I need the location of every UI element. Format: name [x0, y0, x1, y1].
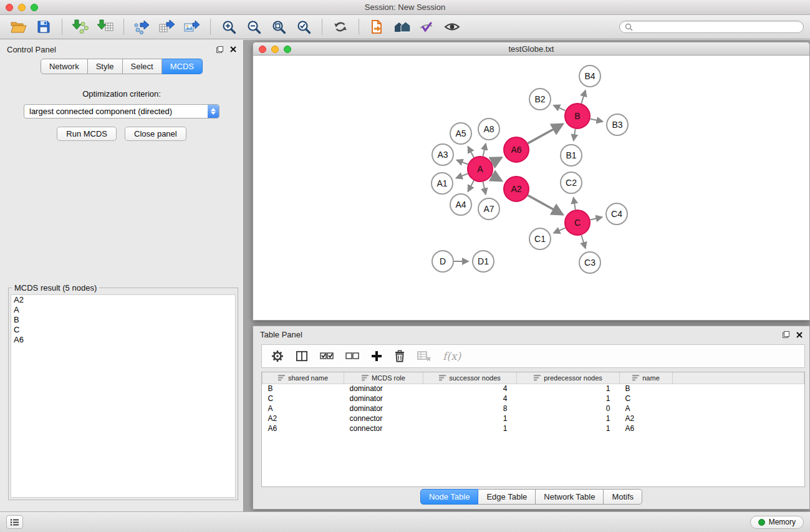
graph-node-A8[interactable]: A8 [478, 118, 499, 140]
show-columns-button[interactable] [296, 346, 308, 366]
graph-edge-A2-C[interactable] [528, 195, 562, 215]
table-cell[interactable]: 4 [423, 384, 517, 394]
table-cell[interactable]: B [620, 384, 673, 394]
search-box[interactable] [619, 21, 804, 33]
minimize-window-button[interactable] [18, 4, 26, 11]
close-table-panel-button[interactable] [796, 332, 803, 338]
graph-node-A3[interactable]: A3 [432, 144, 453, 165]
graph-node-C[interactable]: C [565, 210, 590, 235]
table-tab-motifs[interactable]: Motifs [604, 489, 642, 505]
table-cell[interactable]: 1 [423, 423, 517, 433]
column-header-shared-name[interactable]: shared name [263, 372, 344, 384]
open-session-button[interactable] [365, 17, 390, 37]
graphics-details-button[interactable] [415, 17, 440, 37]
show-panels-button[interactable] [6, 515, 23, 529]
table-cell[interactable]: A2 [263, 414, 344, 423]
table-tab-network-table[interactable]: Network Table [536, 489, 604, 505]
graph-node-B2[interactable]: B2 [529, 89, 551, 110]
graph-node-A4[interactable]: A4 [450, 194, 471, 215]
column-header-predecessor-nodes[interactable]: predecessor nodes [517, 372, 620, 384]
table-cell[interactable]: A6 [620, 423, 673, 433]
graph-node-D[interactable]: D [432, 251, 453, 272]
column-header-successor-nodes[interactable]: successor nodes [423, 372, 517, 384]
table-cell[interactable]: 1 [517, 423, 620, 433]
column-header-mcds-role[interactable]: MCDS role [344, 372, 423, 384]
control-tab-network[interactable]: Network [41, 59, 88, 74]
graph-edge-B-B2[interactable] [554, 105, 566, 111]
unselect-all-columns-button[interactable] [345, 346, 359, 366]
import-network-button[interactable] [68, 17, 93, 37]
mcds-result-item-c[interactable]: C [11, 325, 235, 335]
export-image-button[interactable] [180, 17, 205, 37]
import-table-button[interactable] [93, 17, 118, 37]
graph-node-C4[interactable]: C4 [606, 203, 627, 225]
graph-edge-B-B4[interactable] [581, 90, 586, 104]
table-cell[interactable]: 8 [423, 404, 517, 414]
graph-edge-A-A7[interactable] [483, 182, 486, 195]
graph-node-A1[interactable]: A1 [432, 173, 453, 194]
graph-edge-C-C2[interactable] [574, 198, 576, 210]
float-control-panel-button[interactable] [216, 46, 223, 53]
create-column-button[interactable] [371, 346, 382, 366]
table-tab-node-table[interactable]: Node Table [420, 489, 479, 505]
graph-node-A[interactable]: A [468, 157, 493, 181]
graph-node-D1[interactable]: D1 [473, 251, 494, 272]
table-cell[interactable]: 1 [517, 394, 620, 404]
mcds-result-item-a2[interactable]: A2 [11, 295, 235, 305]
export-table-button[interactable] [155, 17, 180, 37]
table-cell[interactable]: 1 [517, 384, 620, 394]
eye-button[interactable] [440, 17, 465, 37]
graph-node-C3[interactable]: C3 [579, 252, 600, 273]
show-overview-button[interactable] [390, 17, 415, 37]
table-row[interactable]: Bdominator41B [263, 384, 804, 394]
table-cell[interactable]: A [263, 404, 344, 414]
zoom-selected-button[interactable] [291, 17, 316, 37]
control-tab-mcds[interactable]: MCDS [162, 59, 203, 74]
run-mcds-button[interactable]: Run MCDS [57, 127, 117, 141]
table-cell[interactable]: connector [344, 414, 423, 423]
table-cell[interactable]: 4 [423, 394, 517, 404]
control-tab-style[interactable]: Style [88, 59, 123, 74]
select-all-columns-button[interactable] [320, 346, 334, 366]
table-row[interactable]: Adominator80A [263, 404, 804, 414]
table-cell[interactable]: dominator [344, 404, 423, 414]
graph-edge-C-C1[interactable] [554, 228, 566, 233]
zoom-window-button[interactable] [31, 4, 38, 11]
table-row[interactable]: Cdominator41C [263, 394, 804, 404]
graph-node-B4[interactable]: B4 [579, 65, 600, 87]
close-control-panel-button[interactable] [230, 46, 236, 52]
network-canvas[interactable]: B4B2BB3A5A8A6B1A3AC2A1A2A4A7C4CC1C3DD1 [253, 56, 810, 321]
delete-column-button[interactable] [394, 346, 405, 366]
graph-node-A7[interactable]: A7 [478, 198, 499, 220]
network-window-titlebar[interactable]: testGlobe.txt [253, 42, 810, 56]
network-zoom-button[interactable] [284, 46, 291, 53]
mcds-result-item-a[interactable]: A [11, 305, 235, 315]
table-cell[interactable]: dominator [344, 394, 423, 404]
table-cell[interactable]: 1 [517, 414, 620, 423]
memory-button[interactable]: Memory [750, 516, 804, 529]
graph-edge-A-A2[interactable] [491, 175, 501, 181]
mcds-result-item-a6[interactable]: A6 [11, 335, 235, 345]
graph-node-A6[interactable]: A6 [504, 137, 529, 162]
export-network-button[interactable] [130, 17, 155, 37]
graph-edge-A6-B[interactable] [528, 124, 562, 143]
graph-node-B3[interactable]: B3 [607, 114, 628, 135]
close-panel-button[interactable]: Close panel [125, 127, 186, 141]
table-row[interactable]: A6connector11A6 [263, 423, 804, 433]
table-settings-button[interactable] [271, 346, 284, 366]
zoom-in-button[interactable] [216, 17, 241, 37]
delete-table-button[interactable] [417, 346, 431, 366]
graph-edge-C-C3[interactable] [581, 235, 586, 248]
graph-edge-B-B3[interactable] [591, 119, 603, 122]
network-minimize-button[interactable] [271, 46, 279, 53]
table-cell[interactable]: 1 [423, 414, 517, 423]
graph-edge-A-A1[interactable] [456, 173, 468, 178]
graph-node-A2[interactable]: A2 [504, 177, 529, 201]
graph-edge-A-A8[interactable] [483, 143, 486, 156]
table-tab-edge-table[interactable]: Edge Table [478, 489, 536, 505]
open-file-button[interactable] [6, 17, 31, 37]
zoom-fit-button[interactable] [266, 17, 291, 37]
float-table-panel-button[interactable] [783, 331, 789, 338]
table-cell[interactable]: dominator [344, 384, 423, 394]
refresh-layout-button[interactable] [328, 17, 353, 37]
